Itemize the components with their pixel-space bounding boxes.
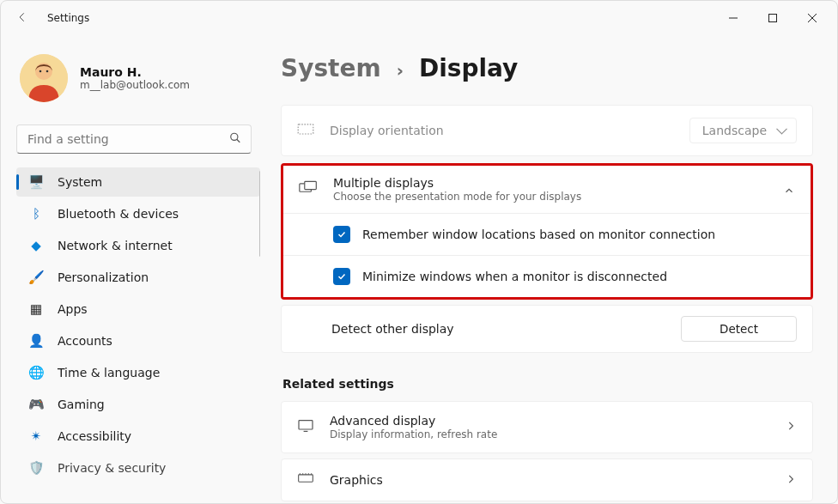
system-icon: 🖥️ [28, 174, 44, 190]
monitor-icon [297, 419, 314, 436]
sidebar-item-gaming[interactable]: 🎮Gaming [16, 390, 260, 419]
svg-point-5 [231, 133, 238, 140]
search-input[interactable] [16, 124, 252, 154]
multiple-displays-subtitle: Choose the presentation mode for your di… [333, 191, 768, 203]
titlebar: Settings [1, 1, 837, 35]
main: System › Display Display orientation Lan… [267, 35, 837, 503]
svg-rect-6 [298, 124, 313, 134]
detect-row: Detect other display Detect [281, 305, 813, 353]
related-settings-title: Related settings [282, 377, 813, 391]
accessibility-icon: ✴ [28, 428, 44, 444]
displays-icon [299, 180, 318, 199]
svg-point-4 [46, 70, 49, 73]
shield-icon: 🛡️ [28, 460, 44, 476]
profile-email: m__lab@outlook.com [80, 79, 190, 91]
orientation-dropdown[interactable]: Landscape [689, 118, 797, 143]
multiple-displays-title: Multiple displays [333, 176, 768, 190]
profile[interactable]: Mauro H. m__lab@outlook.com [16, 54, 260, 102]
close-button[interactable] [792, 4, 832, 32]
remember-locations-row: Remember window locations based on monit… [283, 214, 811, 256]
window-title: Settings [47, 12, 89, 24]
chevron-right-icon [785, 472, 797, 489]
advanced-display-row[interactable]: Advanced display Display information, re… [281, 401, 813, 453]
paintbrush-icon: 🖌️ [28, 270, 44, 285]
sidebar-item-apps[interactable]: ▦Apps [16, 295, 260, 324]
apps-icon: ▦ [28, 301, 44, 317]
remember-locations-checkbox[interactable] [333, 226, 350, 243]
sidebar-item-network[interactable]: ◆Network & internet [16, 231, 260, 260]
sidebar-item-accessibility[interactable]: ✴Accessibility [16, 422, 260, 451]
svg-rect-10 [299, 475, 313, 482]
svg-rect-8 [305, 181, 317, 189]
svg-rect-9 [299, 420, 313, 428]
graphics-row[interactable]: Graphics [281, 458, 813, 501]
graphics-title: Graphics [330, 473, 769, 487]
chevron-right-icon [785, 419, 797, 435]
chevron-right-icon: › [397, 60, 404, 81]
detect-button[interactable]: Detect [681, 316, 797, 342]
sidebar-item-accounts[interactable]: 👤Accounts [16, 326, 260, 355]
search-icon [229, 131, 241, 148]
back-button[interactable] [16, 10, 28, 27]
multiple-displays-section: Multiple displays Choose the presentatio… [281, 163, 813, 300]
sidebar-item-privacy[interactable]: 🛡️Privacy & security [16, 453, 260, 483]
remember-locations-label: Remember window locations based on monit… [362, 228, 715, 241]
breadcrumb-parent[interactable]: System [281, 54, 381, 82]
multiple-displays-header[interactable]: Multiple displays Choose the presentatio… [283, 166, 811, 214]
advanced-display-subtitle: Display information, refresh rate [330, 428, 769, 440]
person-icon: 👤 [28, 333, 44, 349]
scrollbar[interactable] [259, 171, 260, 257]
sidebar-item-bluetooth[interactable]: ᛒBluetooth & devices [16, 199, 260, 228]
sidebar-item-system[interactable]: 🖥️System [16, 167, 260, 197]
maximize-button[interactable] [753, 4, 792, 32]
svg-point-3 [39, 70, 42, 73]
graphics-icon [297, 471, 314, 489]
profile-name: Mauro H. [80, 65, 190, 79]
avatar [20, 54, 68, 102]
wifi-icon: ◆ [28, 238, 44, 253]
sidebar-item-time[interactable]: 🌐Time & language [16, 358, 260, 387]
minimize-windows-row: Minimize windows when a monitor is disco… [283, 256, 811, 297]
sidebar-item-personalization[interactable]: 🖌️Personalization [16, 263, 260, 292]
nav: 🖥️System ᛒBluetooth & devices ◆Network &… [16, 167, 260, 485]
minimize-button[interactable] [714, 4, 753, 32]
detect-label: Detect other display [331, 322, 454, 336]
svg-rect-0 [769, 15, 777, 22]
chevron-up-icon [783, 184, 795, 196]
minimize-windows-checkbox[interactable] [333, 268, 350, 285]
advanced-display-title: Advanced display [330, 414, 769, 428]
orientation-card: Display orientation Landscape [281, 105, 813, 156]
orientation-icon [297, 124, 314, 137]
globe-icon: 🌐 [28, 365, 44, 380]
breadcrumb: System › Display [281, 54, 813, 82]
minimize-windows-label: Minimize windows when a monitor is disco… [362, 270, 667, 283]
orientation-label: Display orientation [330, 124, 674, 137]
gamepad-icon: 🎮 [28, 397, 44, 412]
sidebar: Mauro H. m__lab@outlook.com 🖥️System ᛒBl… [1, 35, 267, 503]
page-title: Display [419, 54, 518, 82]
bluetooth-icon: ᛒ [28, 206, 44, 222]
